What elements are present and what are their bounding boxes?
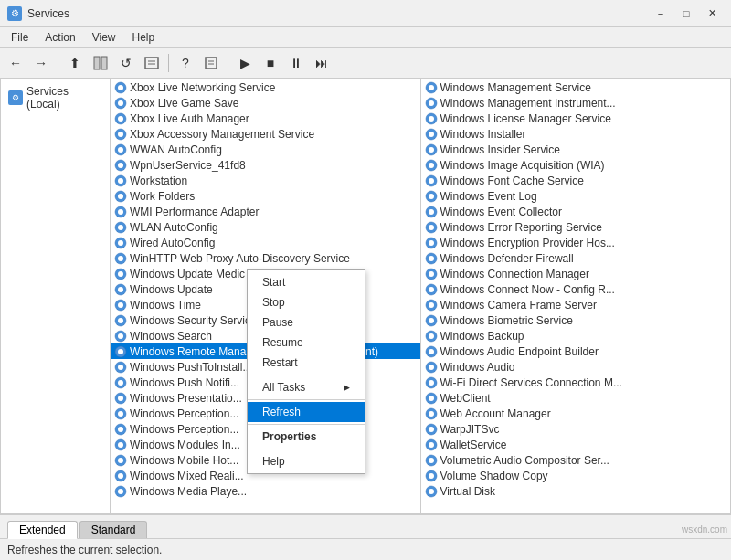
context-menu-pause[interactable]: Pause — [248, 312, 365, 333]
service-item[interactable]: Windows Defender Firewall — [421, 250, 731, 266]
service-item[interactable]: Windows Management Service — [421, 79, 731, 95]
back-button[interactable]: ← — [4, 51, 27, 75]
svg-point-47 — [118, 380, 123, 386]
context-menu-restart[interactable]: Restart — [248, 353, 365, 373]
svg-point-43 — [118, 349, 123, 354]
context-menu-help[interactable]: Help — [248, 451, 365, 471]
service-item[interactable]: Xbox Live Networking Service — [111, 79, 420, 95]
service-item[interactable]: Windows Backup — [421, 328, 731, 343]
services-list[interactable]: Xbox Live Networking Service Xbox Live G… — [111, 79, 730, 513]
close-button[interactable]: ✕ — [700, 5, 724, 23]
service-item[interactable]: WinHTTP Web Proxy Auto-Discovery Service — [111, 250, 420, 266]
menu-help[interactable]: Help — [125, 29, 163, 46]
restart-button[interactable]: ⏭ — [310, 51, 334, 75]
pause-button[interactable]: ⏸ — [284, 51, 308, 75]
service-item[interactable]: Work Folders — [111, 188, 420, 204]
service-item[interactable]: Xbox Live Game Save — [111, 95, 420, 111]
service-item[interactable]: Workstation — [111, 173, 420, 188]
service-label: Windows Perception... — [130, 423, 238, 436]
service-item[interactable]: Windows Error Reporting Service — [421, 219, 731, 235]
service-item[interactable]: Wired AutoConfig — [111, 235, 420, 250]
service-icon — [114, 361, 127, 374]
service-label: Xbox Live Game Save — [130, 97, 238, 110]
context-menu-stop[interactable]: Stop — [248, 292, 365, 312]
service-item[interactable]: Windows Audio Endpoint Builder — [421, 343, 731, 359]
service-item[interactable]: Xbox Accessory Management Service — [111, 126, 420, 142]
service-item[interactable]: WarpJITSvc — [421, 421, 731, 437]
context-menu-all-tasks[interactable]: All Tasks ▶ — [248, 377, 365, 397]
service-item[interactable]: Windows Image Acquisition (WIA) — [421, 157, 731, 173]
play-button[interactable]: ▶ — [233, 51, 257, 75]
service-item[interactable]: Windows Connect Now - Config R... — [421, 281, 731, 297]
svg-rect-5 — [206, 58, 217, 69]
context-menu-sep1 — [248, 375, 365, 375]
svg-point-33 — [118, 271, 123, 277]
svg-point-89 — [429, 287, 434, 292]
service-item[interactable]: Windows Camera Frame Server — [421, 297, 731, 312]
service-item[interactable]: Wi-Fi Direct Services Connection M... — [421, 375, 731, 390]
maximize-button[interactable]: □ — [674, 5, 698, 23]
forward-button[interactable]: → — [29, 51, 53, 75]
svg-point-45 — [118, 365, 123, 370]
svg-point-13 — [118, 116, 123, 122]
service-icon — [114, 438, 127, 451]
service-item[interactable]: WWAN AutoConfig — [111, 142, 420, 157]
tab-extended[interactable]: Extended — [7, 521, 78, 539]
svg-point-85 — [429, 256, 434, 261]
service-item[interactable]: Windows License Manager Service — [421, 111, 731, 126]
service-label: Windows Mobile Hot... — [130, 454, 238, 467]
refresh-button[interactable]: ↺ — [114, 51, 138, 75]
help-toolbar-button[interactable]: ? — [174, 51, 197, 75]
svg-point-73 — [429, 163, 434, 168]
service-label: Windows Event Log — [440, 190, 537, 203]
minimize-button[interactable]: − — [649, 5, 673, 23]
service-item[interactable]: Windows Media Playe... — [111, 483, 420, 499]
stop-button[interactable]: ■ — [259, 51, 282, 75]
service-item[interactable]: Virtual Disk — [421, 483, 731, 499]
service-item[interactable]: Windows Audio — [421, 359, 731, 375]
service-icon — [114, 376, 127, 389]
sidebar-item-services-local[interactable]: ⚙ Services (Local) — [5, 83, 106, 112]
svg-point-55 — [118, 442, 123, 448]
service-item[interactable]: Volume Shadow Copy — [421, 468, 731, 483]
service-icon — [114, 392, 127, 405]
service-item[interactable]: Windows Event Log — [421, 188, 731, 204]
service-item[interactable]: Web Account Manager — [421, 406, 731, 421]
tab-standard[interactable]: Standard — [79, 521, 148, 538]
service-item[interactable]: Volumetric Audio Compositor Ser... — [421, 452, 731, 468]
menu-file[interactable]: File — [4, 29, 36, 46]
context-menu-resume[interactable]: Resume — [248, 333, 365, 353]
title-bar: ⚙ Services − □ ✕ — [0, 0, 731, 27]
context-menu-start[interactable]: Start — [248, 272, 365, 292]
sidebar-item-label: Services (Local) — [26, 85, 102, 111]
export-button[interactable] — [140, 51, 164, 75]
service-item[interactable]: WMI Performance Adapter — [111, 204, 420, 219]
service-item[interactable]: Xbox Live Auth Manager — [111, 111, 420, 126]
menu-view[interactable]: View — [85, 29, 123, 46]
service-item[interactable]: Windows Connection Manager — [421, 266, 731, 281]
service-item[interactable]: Windows Management Instrument... — [421, 95, 731, 111]
service-label: Windows Time — [130, 299, 201, 312]
context-menu-properties[interactable]: Properties — [248, 427, 365, 447]
menu-action[interactable]: Action — [37, 29, 82, 46]
show-hide-button[interactable] — [89, 51, 112, 75]
service-item[interactable]: Windows Insider Service — [421, 142, 731, 157]
service-item[interactable]: Windows Font Cache Service — [421, 173, 731, 188]
service-label: Windows Image Acquisition (WIA) — [440, 159, 605, 172]
up-button[interactable]: ⬆ — [63, 51, 87, 75]
properties-button[interactable] — [199, 51, 223, 75]
service-item[interactable]: Windows Event Collector — [421, 204, 731, 219]
service-item[interactable]: Windows Biometric Service — [421, 312, 731, 328]
service-item[interactable]: WLAN AutoConfig — [111, 219, 420, 235]
svg-point-25 — [118, 209, 123, 215]
service-icon — [425, 438, 438, 451]
service-item[interactable]: WalletService — [421, 437, 731, 452]
service-item[interactable]: WebClient — [421, 390, 731, 406]
service-item[interactable]: Windows Encryption Provider Hos... — [421, 235, 731, 250]
svg-point-21 — [118, 178, 123, 184]
service-icon — [114, 268, 127, 280]
service-item[interactable]: WpnUserService_41fd8 — [111, 157, 420, 173]
context-menu-refresh[interactable]: Refresh — [248, 402, 365, 422]
service-item[interactable]: Windows Installer — [421, 126, 731, 142]
svg-point-77 — [429, 194, 434, 199]
